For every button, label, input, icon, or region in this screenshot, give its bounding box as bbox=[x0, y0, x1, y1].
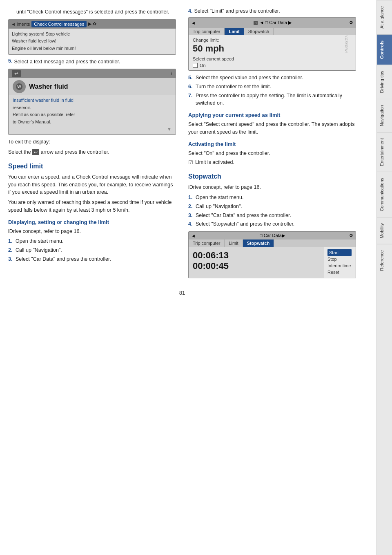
limit-activated-text: Limit is activated. bbox=[195, 159, 234, 165]
sw-menu-interim[interactable]: Interim time bbox=[327, 262, 352, 269]
sw-step-2-num: 2. bbox=[188, 203, 192, 210]
car-data-icon: □ bbox=[253, 20, 258, 25]
sw-settings-icon: ⚙ bbox=[349, 233, 353, 238]
wf-header-icon: ℹ bbox=[171, 71, 172, 76]
applying-text: Select "Select current speed" and press … bbox=[188, 121, 356, 136]
left-column: until "Check Control messages" is select… bbox=[8, 8, 176, 282]
cc-highlighted-label: Check Control messages bbox=[31, 21, 87, 27]
sidebar-tab-at-a-glance[interactable]: At a glance bbox=[377, 0, 392, 34]
sw-time-2: 00:00:45 bbox=[193, 261, 319, 271]
car-data-title-center: □ ◄ □ Car Data ▶ bbox=[251, 19, 294, 27]
car-data-title-left: ◄ bbox=[191, 20, 196, 25]
speed-limit-steps: 1. Open the start menu. 2. Call up "Navi… bbox=[8, 237, 176, 263]
step-7-right: 7. Press the controller to apply the set… bbox=[188, 92, 356, 107]
cc-item-2: Washer fluid level low! bbox=[12, 38, 172, 45]
sw-step-3: 3. Select "Car Data" and press the contr… bbox=[188, 212, 356, 219]
sw-step-3-num: 3. bbox=[188, 212, 192, 219]
screen-tabs-1: Trip computer Limit Stopwatch bbox=[189, 28, 356, 35]
step-6-right: 6. Turn the controller to set the limit. bbox=[188, 83, 356, 91]
sw-step-1-text: Open the start menu. bbox=[196, 195, 243, 200]
car-data-settings-icon: ⚙ bbox=[349, 20, 353, 25]
car-data-titlebar: ◄ □ ◄ □ Car Data ▶ ⚙ bbox=[189, 18, 356, 28]
sidebar-tab-driving-tips[interactable]: Driving tips bbox=[377, 65, 392, 98]
sidebar-tab-mobility[interactable]: Mobility bbox=[377, 217, 392, 244]
sidebar-tab-communications[interactable]: Communications bbox=[377, 172, 392, 217]
idrive-ref-left: iDrive concept, refer to page 16. bbox=[8, 228, 176, 235]
check-control-screen: ◄ iments Check Control messages ▶ ✿ Ligh… bbox=[8, 19, 176, 55]
cc-header-icon: ▶ ✿ bbox=[88, 21, 96, 27]
step-2-text: Call up "Navigation". bbox=[16, 247, 62, 253]
sw-tab-stopwatch[interactable]: Stopwatch bbox=[243, 239, 274, 247]
wf-back-button[interactable]: ↩ bbox=[12, 70, 21, 77]
sw-menu-start[interactable]: Start bbox=[327, 249, 352, 256]
cc-item-1: Lighting system! Stop vehicle bbox=[12, 31, 172, 38]
sw-menu-reset[interactable]: Reset bbox=[327, 269, 352, 275]
step-1-text: Open the start menu. bbox=[16, 238, 63, 244]
step-3-num: 3. bbox=[8, 255, 12, 263]
step-7r-num: 7. bbox=[188, 92, 192, 100]
sw-times: 00:06:13 00:00:45 bbox=[189, 247, 323, 278]
step-7r-text: Press the controller to apply the settin… bbox=[196, 93, 342, 106]
sw-menu-stop[interactable]: Stop bbox=[327, 256, 352, 262]
sidebar-tab-controls[interactable]: Controls bbox=[377, 34, 392, 65]
step-5-right: 5. Select the speed value and press the … bbox=[188, 74, 356, 82]
wf-line-2: reservoir. bbox=[13, 104, 172, 112]
limit-activated-check: ☑ Limit is activated. bbox=[188, 159, 356, 166]
step-3: 3. Select "Car Data" and press the contr… bbox=[8, 255, 176, 263]
limit-screen-body: Change limit: 50 mph Select current spee… bbox=[189, 35, 356, 70]
car-data-limit-screen: ◄ □ ◄ □ Car Data ▶ ⚙ Trip computer Limit bbox=[188, 17, 356, 71]
activating-heading: Activating the limit bbox=[188, 141, 356, 147]
sw-title-left: ◄ bbox=[191, 233, 196, 238]
applying-heading: Applying your current speed as limit bbox=[188, 112, 356, 118]
step-1: 1. Open the start menu. bbox=[8, 237, 176, 245]
sw-step-2-text: Call up "Navigation". bbox=[196, 204, 242, 209]
stopwatch-steps: 1. Open the start menu. 2. Call up "Navi… bbox=[188, 194, 356, 228]
step-5-container: 5. Select a text message and press the c… bbox=[8, 58, 176, 66]
limit-value: 50 mph bbox=[193, 43, 352, 54]
sidebar-tab-reference[interactable]: Reference bbox=[377, 244, 392, 277]
step-4-num: 4. bbox=[188, 8, 192, 14]
exit-label: To exit the display: bbox=[8, 138, 176, 146]
step-5r-num: 5. bbox=[188, 74, 192, 82]
intro-text: until "Check Control messages" is select… bbox=[8, 8, 176, 16]
sw-step-4-num: 4. bbox=[188, 220, 192, 228]
speed-limit-heading: Speed limit bbox=[8, 163, 176, 170]
displaying-subheading: Displaying, setting or changing the limi… bbox=[8, 219, 176, 225]
exit-text: Select the ↩ arrow and press the control… bbox=[8, 148, 176, 156]
activating-text: Select "On" and press the controller. bbox=[188, 150, 356, 157]
sw-step-1-num: 1. bbox=[188, 194, 192, 201]
sidebar-tab-navigation[interactable]: Navigation bbox=[377, 99, 392, 132]
tab-stopwatch[interactable]: Stopwatch bbox=[244, 28, 274, 35]
sw-time-1: 00:06:13 bbox=[193, 250, 319, 261]
tab-trip-computer[interactable]: Trip computer bbox=[189, 28, 225, 35]
step-6r-text: Turn the controller to set the limit. bbox=[196, 84, 271, 90]
wf-icon-area: W Washer fluid bbox=[9, 78, 176, 95]
stopwatch-screen: ◄ □ Car Data▶ ⚙ Trip computer Limit Stop… bbox=[188, 231, 356, 278]
tab-limit[interactable]: Limit bbox=[225, 28, 244, 35]
wf-line-3: Refill as soon as possible, refer bbox=[13, 111, 172, 119]
steps-567: 5. Select the speed value and press the … bbox=[188, 74, 356, 107]
washer-icon: W bbox=[13, 80, 26, 93]
step-5r-text: Select the speed value and press the con… bbox=[196, 75, 303, 81]
sw-body: 00:06:13 00:00:45 Start Stop Interim tim… bbox=[189, 247, 356, 278]
sw-step-2: 2. Call up "Navigation". bbox=[188, 203, 356, 210]
wf-body: Insufficient washer fluid in fluid reser… bbox=[9, 95, 176, 134]
sw-step-3-text: Select "Car Data" and press the controll… bbox=[196, 213, 291, 218]
cc-header-left: ◄ iments bbox=[11, 22, 30, 27]
wf-header: ↩ ℹ bbox=[9, 69, 176, 78]
stopwatch-heading: Stopwatch bbox=[188, 173, 356, 180]
step-6r-num: 6. bbox=[188, 83, 192, 91]
on-checkbox-row: On bbox=[193, 63, 352, 68]
cc-body: Lighting system! Stop vehicle Washer flu… bbox=[9, 29, 176, 54]
step-5-num: 5. bbox=[8, 58, 12, 66]
svg-text:W: W bbox=[17, 85, 21, 89]
sidebar-tab-entertainment[interactable]: Entertainment bbox=[377, 132, 392, 172]
step-3-text: Select "Car Data" and press the controll… bbox=[16, 256, 111, 262]
sw-tab-trip[interactable]: Trip computer bbox=[189, 239, 225, 247]
step-2: 2. Call up "Navigation". bbox=[8, 246, 176, 254]
right-column: 4. Select "Limit" and press the controll… bbox=[188, 8, 356, 282]
step-2-num: 2. bbox=[8, 246, 12, 254]
sw-tab-limit[interactable]: Limit bbox=[225, 239, 243, 247]
sidebar: At a glance Controls Driving tips Naviga… bbox=[376, 0, 392, 555]
on-checkbox[interactable] bbox=[193, 63, 198, 68]
